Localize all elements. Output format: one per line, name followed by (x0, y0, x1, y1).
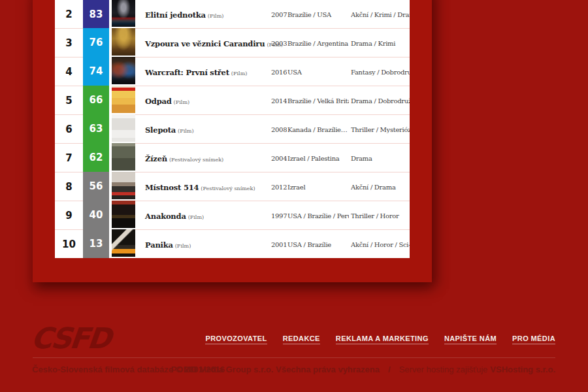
rank-number: 9 (55, 201, 83, 229)
movie-poster[interactable] (112, 28, 135, 57)
movie-info-cell: Žízeň(Festivalový snímek) 2004 Izrael / … (135, 143, 410, 172)
movie-genres: Drama / Krimi (351, 39, 410, 46)
movie-poster[interactable] (112, 0, 135, 28)
footer-hosting-company: VSHosting s.r.o. (490, 365, 555, 374)
movie-title-link[interactable]: Žízeň (145, 154, 167, 163)
movie-title-link[interactable]: Odpad (145, 97, 172, 106)
poster-thumbnail (112, 28, 135, 56)
movie-genres: Akční / Drama (351, 183, 410, 190)
rank-number: 2 (55, 0, 83, 28)
movie-year: 2004 (271, 154, 287, 161)
movie-type-label: (Film) (175, 243, 191, 249)
table-row: 3 76 Vzpoura ve věznici Carandiru(Film) … (55, 28, 410, 57)
movie-genres: Thriller / Mysteriózní (351, 125, 410, 133)
movie-countries: Brazílie / Velká Británie (287, 97, 349, 104)
footer-company-text: POMO Media Group s.r.o. Všechna práva vy… (171, 365, 380, 374)
movie-title-link[interactable]: Elitní jednotka (145, 10, 206, 20)
movie-countries: USA / Brazílie / Peru (287, 212, 349, 219)
footer-separator: / (388, 365, 391, 374)
poster-thumbnail (112, 0, 135, 27)
footer-company-line: POMO Media Group s.r.o. Všechna práva vy… (171, 365, 555, 374)
poster-thumbnail (112, 201, 135, 228)
movie-type-label: (Film) (174, 99, 190, 105)
footer-hosting-prefix: Server hosting zajišťuje (399, 365, 488, 374)
rating-badge: 62 (83, 143, 109, 172)
movie-type-label: (Film) (178, 128, 194, 134)
movie-genres: Fantasy / Dobrodružný (351, 68, 410, 75)
poster-thumbnail (112, 114, 135, 142)
movie-poster[interactable] (112, 143, 135, 172)
movie-info-cell: Elitní jednotka(Film) 2007 Brazílie / US… (135, 0, 410, 28)
csfd-logo[interactable]: CSFD (29, 321, 111, 355)
movie-poster[interactable] (112, 114, 135, 143)
movie-info-cell: Vzpoura ve věznici Carandiru(Film) 2003 … (135, 28, 410, 57)
table-row: 5 66 Odpad(Film) 2014 Brazílie / Velká B… (55, 86, 410, 114)
table-row: 8 56 Místnost 514(Festivalový snímek) 20… (55, 172, 410, 201)
movie-title-link[interactable]: Warcraft: První střet (145, 68, 229, 77)
rank-number: 10 (55, 229, 83, 258)
table-row: 9 40 Anakonda(Film) 1997 USA / Brazílie … (55, 201, 410, 229)
rating-badge: 74 (83, 57, 109, 86)
poster-thumbnail (112, 86, 135, 113)
footer-link-reklama-a-marketing[interactable]: REKLAMA A MARKETING (336, 335, 429, 344)
movie-title-link[interactable]: Panika (145, 240, 173, 250)
movie-type-label: (Festivalový snímek) (169, 157, 223, 163)
movie-genres: Akční / Horor / Sci-Fi… (351, 240, 410, 248)
movie-countries: Brazílie / USA (287, 10, 349, 18)
movie-year: 2008 (271, 125, 287, 133)
movie-year: 2014 (271, 97, 287, 104)
table-row: 7 62 Žízeň(Festivalový snímek) 2004 Izra… (55, 143, 410, 172)
rating-badge: 56 (83, 172, 109, 201)
rating-badge: 66 (83, 86, 109, 114)
rank-number: 3 (55, 28, 83, 57)
rating-badge: 76 (83, 28, 109, 57)
movie-poster[interactable] (112, 229, 135, 258)
movie-type-label: (Film) (188, 214, 204, 220)
movie-genres: Drama / Dobrodružný… (351, 97, 410, 104)
rank-number: 4 (55, 57, 83, 86)
rank-number: 8 (55, 172, 83, 201)
movie-poster[interactable] (112, 57, 135, 86)
rank-number: 7 (55, 143, 83, 172)
movie-info-cell: Místnost 514(Festivalový snímek) 2012 Iz… (135, 172, 410, 201)
page-background: 2 83 Elitní jednotka(Film) 2007 Brazílie… (0, 0, 588, 392)
movie-year: 2012 (271, 183, 287, 190)
movie-info-cell: Panika(Film) 2001 USA / Brazílie Akční /… (135, 229, 410, 258)
table-row: 10 13 Panika(Film) 2001 USA / Brazílie A… (55, 229, 410, 258)
movie-title-link[interactable]: Slepota (145, 125, 176, 135)
footer-link-napiste-nam[interactable]: NAPIŠTE NÁM (444, 335, 497, 344)
movie-poster[interactable] (112, 86, 135, 114)
movie-genres: Drama (351, 154, 410, 161)
movie-type-label: (Film) (208, 13, 224, 19)
table-row: 6 63 Slepota(Film) 2008 Kanada / Brazíli… (55, 114, 410, 143)
movie-countries: USA / Brazílie (287, 240, 349, 248)
rating-badge: 83 (83, 0, 109, 28)
footer-link-provozovatel[interactable]: PROVOZOVATEL (205, 335, 267, 344)
movie-poster[interactable] (112, 201, 135, 229)
movie-year: 1997 (271, 212, 287, 219)
rank-number: 5 (55, 86, 83, 114)
movie-title-link[interactable]: Místnost 514 (145, 183, 199, 192)
movie-countries: Izrael / Palestina (287, 154, 349, 161)
movie-year: 2016 (271, 68, 287, 75)
movie-countries: USA (287, 68, 349, 75)
footer-link-pro-media[interactable]: PRO MÉDIA (512, 335, 555, 344)
movie-title-link[interactable]: Anakonda (145, 212, 186, 221)
movie-poster[interactable] (112, 172, 135, 201)
movie-genres: Akční / Krimi / Drama… (351, 10, 410, 18)
rating-badge: 63 (83, 114, 109, 143)
movie-year: 2001 (271, 240, 287, 248)
movie-type-label: (Festivalový snímek) (201, 186, 255, 191)
rank-number: 6 (55, 114, 83, 143)
movie-info-cell: Slepota(Film) 2008 Kanada / Brazílie… Th… (135, 114, 410, 143)
table-row: 2 83 Elitní jednotka(Film) 2007 Brazílie… (55, 0, 410, 28)
footer-link-redakce[interactable]: REDAKCE (283, 335, 320, 344)
footer-divider (33, 357, 555, 358)
movie-year: 2003 (271, 39, 287, 46)
movie-info-cell: Anakonda(Film) 1997 USA / Brazílie / Per… (135, 201, 410, 229)
movie-countries: Kanada / Brazílie… (287, 125, 349, 133)
table-row: 4 74 Warcraft: První střet(Film) 2016 US… (55, 57, 410, 86)
movie-title-link[interactable]: Vzpoura ve věznici Carandiru (145, 39, 265, 48)
movie-ranking-table: 2 83 Elitní jednotka(Film) 2007 Brazílie… (55, 0, 410, 258)
movie-countries: Izrael (287, 183, 349, 190)
